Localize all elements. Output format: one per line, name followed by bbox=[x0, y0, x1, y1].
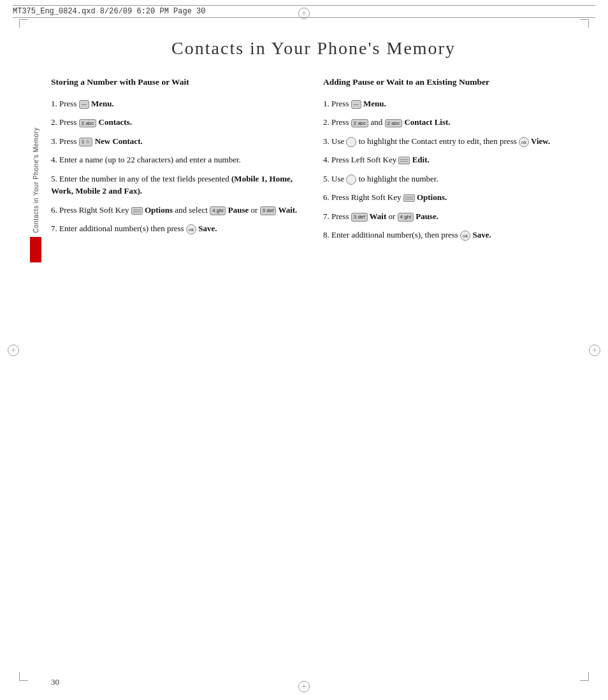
step-bold: New Contact. bbox=[92, 136, 142, 146]
step-bold: Pause bbox=[226, 205, 249, 215]
softkey-icon bbox=[403, 194, 415, 202]
sidebar: Contacts in Your Phone's Memory bbox=[27, 127, 45, 262]
key-icon: 4 ghi bbox=[398, 213, 414, 221]
step-number: 1. bbox=[323, 99, 331, 108]
page-number: 30 bbox=[51, 677, 59, 687]
reg-mark-left bbox=[8, 345, 19, 356]
step-text: Use bbox=[331, 136, 346, 146]
two-column-layout: Storing a Number with Pause or Wait 1. P… bbox=[51, 76, 576, 248]
nav-icon bbox=[346, 175, 356, 185]
softkey-icon bbox=[131, 207, 143, 215]
step-number: 6. bbox=[51, 205, 59, 215]
step-number: 2. bbox=[51, 117, 59, 127]
step-text: and select bbox=[173, 205, 210, 215]
step-text: and bbox=[368, 117, 384, 127]
key-icon: — bbox=[351, 100, 361, 108]
step-bold: View. bbox=[529, 136, 550, 146]
right-step-item: 8. Enter additional number(s), then pres… bbox=[323, 229, 576, 241]
right-column: Adding Pause or Wait to an Existing Numb… bbox=[323, 76, 576, 248]
left-step-item: 6. Press Right Soft Key Options and sele… bbox=[51, 204, 304, 217]
step-text: Press Right Soft Key bbox=[331, 192, 403, 202]
step-number: 6. bbox=[323, 192, 331, 202]
right-step-item: 2. Press 2 abc and 2 abc Contact List. bbox=[323, 116, 576, 129]
corner-tl bbox=[19, 19, 28, 28]
key-icon: 2 abc bbox=[351, 119, 369, 127]
key-icon: — bbox=[79, 100, 89, 108]
step-bold: Save. bbox=[196, 224, 217, 233]
key-icon: 2 abc bbox=[79, 119, 97, 127]
step-text: to highlight the number. bbox=[356, 174, 438, 183]
right-section-heading: Adding Pause or Wait to an Existing Numb… bbox=[323, 76, 576, 89]
left-step-item: 7. Enter additional number(s) then press… bbox=[51, 222, 304, 235]
step-text: Enter additional number(s), then press bbox=[331, 230, 460, 239]
header-bar: MT375_Eng_0824.qxd 8/26/09 6:20 PM Page … bbox=[13, 5, 595, 18]
step-text: Enter a name (up to 22 characters) and e… bbox=[59, 155, 241, 164]
step-text: Press bbox=[331, 99, 351, 108]
key-icon: 1 ☆ bbox=[79, 138, 93, 146]
step-bold: Menu. bbox=[361, 99, 386, 108]
reg-mark-bottom bbox=[298, 681, 310, 692]
sidebar-red-bar bbox=[30, 237, 41, 262]
step-text: or bbox=[386, 211, 397, 221]
step-bold: Contacts. bbox=[96, 117, 132, 127]
sidebar-label: Contacts in Your Phone's Memory bbox=[32, 127, 40, 233]
step-number: 7. bbox=[51, 224, 59, 233]
key-icon: 4 ghi bbox=[210, 206, 226, 215]
left-section-heading: Storing a Number with Pause or Wait bbox=[51, 76, 304, 89]
key-icon: 3 def bbox=[351, 213, 368, 221]
step-text: Press bbox=[331, 211, 351, 221]
step-number: 2. bbox=[323, 117, 331, 127]
key-icon: 2 abc bbox=[385, 119, 403, 127]
step-bold: Save. bbox=[470, 230, 491, 239]
page-title: Contacts in Your Phone's Memory bbox=[51, 38, 576, 59]
step-number: 3. bbox=[323, 136, 331, 146]
header-text: MT375_Eng_0824.qxd 8/26/09 6:20 PM Page … bbox=[13, 7, 595, 16]
softkey-icon bbox=[398, 157, 410, 164]
step-text: Enter the number in any of the text fiel… bbox=[59, 174, 231, 183]
step-number: 5. bbox=[51, 174, 59, 183]
step-text: Press bbox=[59, 99, 79, 108]
step-number: 3. bbox=[51, 136, 59, 146]
right-step-item: 1. Press — Menu. bbox=[323, 97, 576, 110]
step-text: Press bbox=[59, 136, 79, 146]
ok-icon: ok bbox=[460, 231, 470, 241]
left-steps-list: 1. Press — Menu.2. Press 2 abc Contacts.… bbox=[51, 97, 304, 235]
step-text: Press Left Soft Key bbox=[331, 155, 398, 164]
step-text: Press bbox=[59, 117, 79, 127]
ok-icon: ok bbox=[519, 137, 529, 147]
corner-br bbox=[580, 672, 589, 681]
step-text: Enter additional number(s) then press bbox=[59, 224, 186, 233]
step-number: 4. bbox=[323, 155, 331, 164]
step-number: 4. bbox=[51, 155, 59, 164]
ok-icon: ok bbox=[186, 224, 196, 234]
step-bold: Options. bbox=[415, 192, 447, 202]
step-bold: Wait. bbox=[276, 205, 297, 215]
step-text: to highlight the Contact entry to edit, … bbox=[356, 136, 519, 146]
right-step-item: 4. Press Left Soft Key Edit. bbox=[323, 154, 576, 166]
left-step-item: 5. Enter the number in any of the text f… bbox=[51, 173, 304, 197]
corner-bl bbox=[19, 672, 28, 681]
step-bold: Wait bbox=[368, 211, 387, 221]
step-number: 7. bbox=[323, 211, 331, 221]
step-text: Press Right Soft Key bbox=[59, 205, 131, 215]
step-text: Press bbox=[331, 117, 351, 127]
step-text: Use bbox=[331, 174, 346, 183]
step-number: 8. bbox=[323, 230, 331, 239]
step-bold: Menu. bbox=[89, 99, 114, 108]
corner-tr bbox=[580, 19, 589, 28]
step-bold: Options bbox=[143, 205, 173, 215]
step-number: 5. bbox=[323, 174, 331, 183]
left-column: Storing a Number with Pause or Wait 1. P… bbox=[51, 76, 304, 248]
nav-icon bbox=[346, 137, 356, 147]
left-step-item: 3. Press 1 ☆ New Contact. bbox=[51, 135, 304, 148]
right-step-item: 7. Press 3 def Wait or 4 ghi Pause. bbox=[323, 210, 576, 223]
reg-mark-right bbox=[589, 345, 600, 356]
key-icon: 3 def bbox=[260, 206, 277, 215]
step-bold: Edit. bbox=[410, 155, 429, 164]
right-step-item: 5. Use to highlight the number. bbox=[323, 173, 576, 185]
right-steps-list: 1. Press — Menu.2. Press 2 abc and 2 abc… bbox=[323, 97, 576, 241]
main-content: Contacts in Your Phone's Memory Storing … bbox=[51, 38, 576, 662]
step-number: 1. bbox=[51, 99, 59, 108]
right-step-item: 3. Use to highlight the Contact entry to… bbox=[323, 135, 576, 148]
right-step-item: 6. Press Right Soft Key Options. bbox=[323, 191, 576, 204]
